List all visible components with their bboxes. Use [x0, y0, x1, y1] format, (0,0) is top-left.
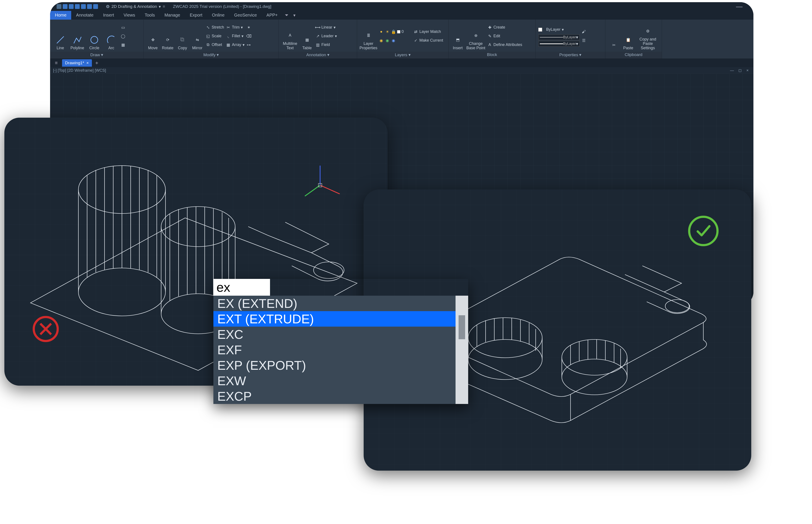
copy-button[interactable]: ⿻Copy	[176, 22, 189, 50]
block-create-button[interactable]: ✚Create	[487, 23, 522, 31]
insert-button[interactable]: ⬒Insert	[451, 22, 464, 50]
move-button[interactable]: ✥Move	[146, 22, 159, 50]
linetype-dropdown[interactable]: ByLayer ▾	[538, 34, 580, 40]
change-basepoint-button[interactable]: ⊕Change Base Point	[466, 22, 486, 50]
qat-redo-icon[interactable]	[93, 4, 98, 9]
explode-icon: ✶	[246, 25, 251, 30]
array-icon: ▦	[226, 43, 231, 47]
layer-match-button[interactable]: ⇄Layer Match	[413, 28, 443, 36]
settings-icon: ⚙	[643, 26, 653, 36]
ribbon-overflow-icon[interactable]: ⏷	[283, 11, 291, 20]
svg-point-35	[468, 340, 542, 379]
doc-tab-drawing1[interactable]: Drawing1* ×	[62, 59, 92, 67]
cmd-suggestion[interactable]: EXC	[214, 327, 456, 342]
panel-properties-title: Properties ▾	[536, 52, 605, 59]
define-attr-button[interactable]: ADefine Attributes	[487, 41, 522, 49]
list-props-button[interactable]: ☰	[581, 37, 586, 45]
qat-save-icon[interactable]	[75, 4, 80, 9]
cmd-suggestion[interactable]: EXW	[214, 373, 456, 389]
cmd-suggestion[interactable]: EXCP	[214, 389, 456, 404]
tab-views[interactable]: Views	[119, 11, 140, 20]
cmd-suggestion[interactable]: EXF	[214, 342, 456, 358]
qat-open-icon[interactable]	[69, 4, 73, 9]
tab-geoservice[interactable]: GeoService	[229, 11, 262, 20]
modify-extra3-button[interactable]: ⊶	[246, 41, 251, 49]
gear-icon: ⚙	[106, 4, 110, 9]
modify-extra2-button[interactable]: ⌫	[246, 32, 251, 40]
app-title: ZWCAD 2025 Trial version (Limited) - [Dr…	[173, 4, 271, 9]
tab-annotate[interactable]: Annotate	[71, 11, 98, 20]
match-props-button[interactable]: 🖌	[581, 28, 586, 36]
hatch-icon: ▦	[121, 43, 125, 47]
trim-button[interactable]: ✂Trim ▾	[226, 23, 244, 31]
stretch-button[interactable]: ⤡Stretch	[206, 23, 224, 31]
scrollbar[interactable]	[456, 296, 468, 404]
command-input[interactable]: ex	[214, 279, 270, 296]
line-button[interactable]: Line	[53, 22, 68, 50]
move-icon: ✥	[148, 35, 158, 45]
leader-button[interactable]: ↗Leader ▾	[315, 32, 337, 40]
layer-dropdown[interactable]: ● ☀ 🔒 0	[379, 28, 411, 36]
array-button[interactable]: ▦Array ▾	[226, 41, 244, 49]
cmd-suggestion-selected[interactable]: EXT (EXTRUDE)	[214, 311, 456, 327]
panel-layers: ≣Layer Properties ● ☀ 🔒 0 ◉ ◉ ◉	[357, 20, 449, 59]
brush-icon: 🖌	[581, 29, 586, 34]
cmd-suggestion[interactable]: EX (EXTEND)	[214, 296, 456, 311]
arc-icon	[106, 35, 117, 45]
scale-icon: ◱	[206, 34, 210, 38]
circle-button[interactable]: Circle	[87, 22, 102, 50]
fillet-button[interactable]: ◟Fillet ▾	[226, 32, 244, 40]
cmd-suggestion[interactable]: EXP (EXPORT)	[214, 358, 456, 373]
qat-print-icon[interactable]	[81, 4, 86, 9]
svg-line-28	[320, 185, 340, 194]
copy-paste-settings-button[interactable]: ⚙Copy and Paste Settings	[637, 22, 659, 50]
minimize-button[interactable]: —	[736, 3, 747, 10]
trim-icon: ✂	[226, 25, 231, 30]
draw-extra1-button[interactable]: ▭	[121, 23, 125, 31]
scale-button[interactable]: ◱Scale	[206, 32, 224, 40]
draw-extra3-button[interactable]: ▦	[121, 41, 125, 49]
erase-icon: ⌫	[246, 34, 251, 38]
field-button[interactable]: ▥Field	[315, 41, 337, 49]
arc-button[interactable]: Arc	[104, 22, 119, 50]
modify-extra1-button[interactable]: ✶	[246, 23, 251, 31]
table-button[interactable]: ▦Table	[301, 22, 314, 50]
paste-button[interactable]: 📋Paste	[622, 22, 635, 50]
scrollbar-thumb[interactable]	[459, 315, 465, 339]
tab-export[interactable]: Export	[185, 11, 207, 20]
tab-home[interactable]: Home	[50, 11, 71, 20]
tab-manage[interactable]: Manage	[159, 11, 185, 20]
new-tab-button[interactable]: +	[94, 60, 100, 66]
polyline-button[interactable]: Polyline	[70, 22, 85, 50]
tab-tools[interactable]: Tools	[140, 11, 159, 20]
close-tab-icon[interactable]: ×	[86, 61, 89, 65]
cut-icon: ✂	[609, 40, 619, 50]
qat-undo-icon[interactable]	[87, 4, 92, 9]
ucs-gizmo[interactable]	[298, 163, 342, 207]
rectangle-icon: ▭	[121, 25, 125, 30]
linear-button[interactable]: ⟷Linear ▾	[315, 23, 337, 31]
viewport-label[interactable]: [-] [Top] [2D Wireframe] [WCS]	[53, 68, 106, 73]
tab-insert[interactable]: Insert	[98, 11, 119, 20]
rotate-button[interactable]: ⟳Rotate	[161, 22, 174, 50]
state-icon-3: ◉	[391, 38, 396, 43]
layerprops-button[interactable]: ≣Layer Properties	[360, 22, 377, 50]
layer-states-row[interactable]: ◉ ◉ ◉	[379, 37, 411, 45]
viewport-controls[interactable]: — ◻ ×	[730, 68, 750, 73]
offset-button[interactable]: ⧉Offset	[206, 41, 224, 49]
ribbon-collapse-icon[interactable]: ▾	[291, 11, 298, 20]
workspace-selector[interactable]: ⚙ 2D Drafting & Annotation ▾ ≡	[106, 4, 165, 9]
lineweight-dropdown[interactable]: ByLayer ▾	[538, 41, 580, 47]
block-edit-button[interactable]: ✎Edit	[487, 32, 522, 40]
tab-online[interactable]: Online	[207, 11, 229, 20]
tab-app[interactable]: APP+	[262, 11, 283, 20]
draw-extra2-button[interactable]: ◯	[121, 32, 125, 40]
make-current-button[interactable]: ✓Make Current	[413, 37, 443, 45]
cut-button[interactable]: ✂	[608, 22, 620, 50]
doc-menu-icon[interactable]: ≡	[52, 60, 60, 66]
color-dropdown[interactable]: ByLayer ▾	[538, 26, 580, 34]
mirror-button[interactable]: ⇋Mirror	[191, 22, 204, 50]
mtext-button[interactable]: AMultiline Text	[281, 22, 299, 50]
lock-icon: 🔒	[391, 29, 396, 34]
qat-new-icon[interactable]	[63, 4, 68, 9]
